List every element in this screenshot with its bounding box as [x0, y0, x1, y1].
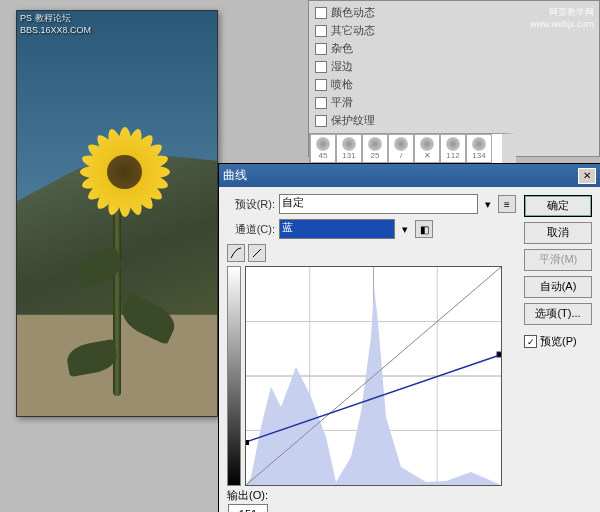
dialog-titlebar[interactable]: 曲线 ✕: [219, 164, 600, 187]
close-icon[interactable]: ✕: [578, 168, 596, 184]
smooth-button[interactable]: 平滑(M): [524, 249, 592, 271]
auto-button[interactable]: 自动(A): [524, 276, 592, 298]
edited-image: document.write(Array.from({length:20},(_…: [16, 10, 218, 417]
brush-option[interactable]: 颜色动态: [315, 5, 393, 20]
brush-option[interactable]: 保护纹理: [315, 113, 393, 128]
svg-rect-7: [246, 440, 249, 445]
brush-option[interactable]: 杂色: [315, 41, 393, 56]
output-label: 输出(O):: [227, 488, 268, 503]
ok-button[interactable]: 确定: [524, 195, 592, 217]
brush-option[interactable]: 湿边: [315, 59, 393, 74]
brush-preset[interactable]: ✕: [414, 134, 440, 163]
brush-preset[interactable]: 131: [336, 134, 362, 163]
brush-preset[interactable]: 25: [362, 134, 388, 163]
channel-label: 通道(C):: [227, 222, 275, 237]
preset-label: 预设(R):: [227, 197, 275, 212]
brush-preset[interactable]: /: [388, 134, 414, 163]
preview-checkbox[interactable]: [524, 335, 537, 348]
cancel-button[interactable]: 取消: [524, 222, 592, 244]
options-button[interactable]: 选项(T)...: [524, 303, 592, 325]
channel-select[interactable]: 蓝: [279, 219, 395, 239]
sunflower: document.write(Array.from({length:20},(_…: [77, 124, 172, 219]
preset-menu-icon[interactable]: ≡: [498, 195, 516, 213]
channel-mode-icon[interactable]: ◧: [415, 220, 433, 238]
curve-pencil-tool-icon[interactable]: [248, 244, 266, 262]
brush-option[interactable]: 其它动态: [315, 23, 393, 38]
brush-preset[interactable]: 45: [310, 134, 336, 163]
watermark-site: 网页教学网 www.webjx.com: [530, 6, 594, 29]
brush-option[interactable]: 喷枪: [315, 77, 393, 92]
watermark-forum: PS 教程论坛 BBS.16XX8.COM: [20, 12, 91, 35]
preview-label: 预览(P): [540, 334, 577, 349]
svg-rect-8: [497, 352, 501, 357]
curves-dialog: 曲线 ✕ 预设(R): 自定 ▾ ≡ 通道(C): 蓝 ▾ ◧: [218, 163, 600, 512]
preset-select[interactable]: 自定: [279, 194, 478, 214]
brush-option[interactable]: 平滑: [315, 95, 393, 110]
output-gradient: [227, 266, 241, 486]
brush-preset[interactable]: 134: [466, 134, 492, 163]
curve-point-tool-icon[interactable]: [227, 244, 245, 262]
output-input[interactable]: [228, 504, 268, 512]
curves-graph[interactable]: [245, 266, 502, 486]
brush-preset[interactable]: 112: [440, 134, 466, 163]
dialog-title: 曲线: [223, 167, 247, 184]
